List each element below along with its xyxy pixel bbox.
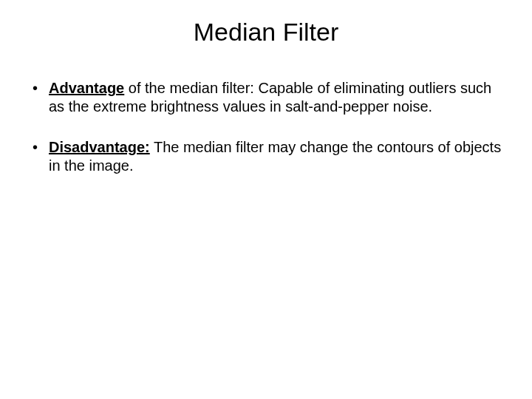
bullet-lead: Disadvantage:: [49, 139, 150, 155]
list-item: Disadvantage: The median filter may chan…: [30, 138, 502, 175]
bullet-list: Advantage of the median filter: Capable …: [30, 79, 502, 175]
bullet-lead: Advantage: [49, 80, 124, 96]
list-item: Advantage of the median filter: Capable …: [30, 79, 502, 116]
slide: Median Filter Advantage of the median fi…: [0, 0, 532, 399]
page-title: Median Filter: [30, 18, 502, 47]
